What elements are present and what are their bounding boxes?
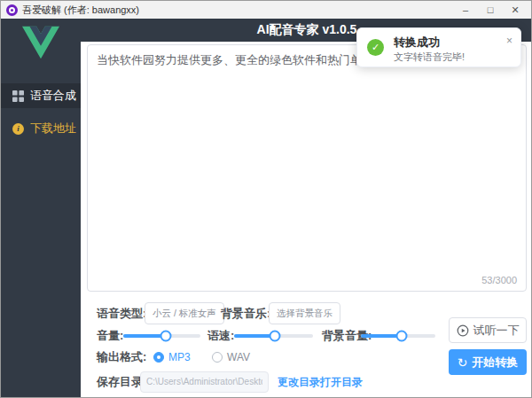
volume-slider-thumb[interactable] <box>160 331 171 342</box>
sidebar-item-label: 下载地址 <box>30 121 76 137</box>
speed-label: 语速: <box>207 327 234 345</box>
radio-mp3-label: MP3 <box>168 351 191 363</box>
close-icon[interactable]: ✕ <box>505 3 526 17</box>
radio-mp3[interactable]: MP3 <box>153 348 191 366</box>
toast-title: 转换成功 <box>394 35 440 51</box>
preview-button[interactable]: 试听一下 <box>449 317 527 343</box>
text-input-area[interactable]: 当快软件园努力提供更多、更全的绿色软件和热门单机游戏下载,本站全力打 53/30… <box>87 44 527 292</box>
grid-icon <box>12 90 24 102</box>
sidebar-item-download-address[interactable]: i 下载地址 <box>1 116 81 141</box>
success-check-icon: ✓ <box>367 39 384 56</box>
bg-volume-slider[interactable] <box>361 334 435 338</box>
voice-type-button[interactable]: 小云 / 标准女声 <box>145 302 224 324</box>
app-window: 吾爱破解 (作者: bawangxx) – □ ✕ <box>0 0 532 398</box>
radio-mp3-dot <box>153 352 164 363</box>
sidebar-item-voice-synthesis[interactable]: 语音合成 <box>1 83 81 108</box>
volume-label: 音量: <box>97 327 123 345</box>
app-title: AI配音专家 v1.0.5 <box>257 22 357 38</box>
sidebar: 语音合成 i 下载地址 <box>1 19 81 398</box>
convert-button[interactable]: ↻ 开始转换 <box>449 349 527 375</box>
open-dir-link[interactable]: 打开目录 <box>320 371 363 393</box>
toast-close-icon[interactable]: × <box>506 35 512 46</box>
bg-volume-slider-thumb[interactable] <box>396 331 408 342</box>
main-area: 语音合成 i 下载地址 AI配音专家 v1.0.5 当快软件园努力提供更多、更全… <box>1 19 532 398</box>
save-dir-input[interactable] <box>140 371 269 393</box>
output-format-label: 输出格式: <box>97 348 146 366</box>
save-dir-label: 保存目录: <box>97 371 146 393</box>
radio-wav[interactable]: WAV <box>212 348 250 366</box>
bgm-label: 背景音乐: <box>221 302 270 324</box>
radio-wav-dot <box>212 352 223 363</box>
convert-button-label: 开始转换 <box>472 355 518 371</box>
char-counter: 53/3000 <box>481 274 517 288</box>
volume-slider[interactable] <box>123 334 200 338</box>
content-panel: 当快软件园努力提供更多、更全的绿色软件和热门单机游戏下载,本站全力打 53/30… <box>81 42 532 398</box>
app-logo-icon <box>6 4 18 16</box>
play-icon <box>457 324 469 337</box>
maximize-icon[interactable]: □ <box>480 3 501 17</box>
voice-type-label: 语音类型: <box>97 302 146 324</box>
toast-message: 文字转语音完毕! <box>394 51 465 64</box>
info-icon: i <box>12 123 24 135</box>
vue-logo-icon <box>22 26 59 59</box>
speed-slider-thumb[interactable] <box>270 331 281 342</box>
window-title: 吾爱破解 (作者: bawangxx) <box>22 4 455 17</box>
change-dir-link[interactable]: 更改目录 <box>278 371 320 393</box>
preview-button-label: 试听一下 <box>473 323 520 339</box>
refresh-icon: ↻ <box>458 356 468 369</box>
bgm-select-button[interactable]: 选择背景音乐 <box>269 302 340 324</box>
toast-notification: ✓ 转换成功 文字转语音完毕! × <box>356 27 521 67</box>
radio-wav-label: WAV <box>227 351 250 363</box>
sidebar-item-label: 语音合成 <box>30 88 76 104</box>
minimize-icon[interactable]: – <box>455 3 476 17</box>
window-controls: – □ ✕ <box>455 3 526 17</box>
titlebar: 吾爱破解 (作者: bawangxx) – □ ✕ <box>1 1 531 19</box>
speed-slider[interactable] <box>234 334 313 338</box>
